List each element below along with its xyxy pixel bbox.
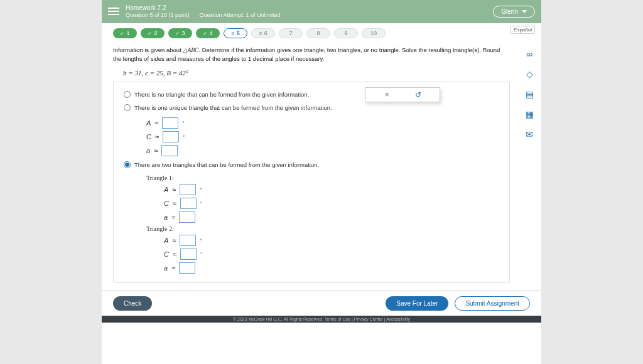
one-A-input[interactable] (162, 117, 178, 129)
language-toggle[interactable]: Español (511, 26, 535, 34)
question-nav: Español 1234≡5≡678910 (102, 23, 541, 41)
option-one-triangle[interactable]: There is one unique triangle that can be… (124, 104, 499, 111)
app-window: Homework 7.2 Question 5 of 10 (1 point) … (102, 0, 541, 364)
t1-C-input[interactable] (180, 198, 197, 209)
t2-A-row: A≈° (164, 235, 499, 246)
t1-C-row: C≈° (164, 198, 499, 209)
radio-two-triangles[interactable] (124, 161, 131, 168)
nav-q1[interactable]: 1 (113, 28, 137, 38)
t2-a-row: a≈ (164, 262, 499, 274)
header-bar: Homework 7.2 Question 5 of 10 (1 point) … (102, 0, 541, 23)
nav-q7[interactable]: 7 (279, 28, 303, 38)
nav-q8[interactable]: 8 (306, 28, 330, 38)
right-toolbar: ∞ ◇ ▤ ▦ ✉ (521, 41, 541, 291)
t2-C-input[interactable] (180, 249, 197, 260)
t1-A-input[interactable] (180, 184, 196, 195)
clear-icon[interactable]: × (377, 90, 396, 99)
option-no-triangle[interactable]: There is no triangle that can be formed … (124, 91, 499, 98)
footer-bar: Check Save For Later Submit Assignment (102, 291, 541, 316)
t2-a-input[interactable] (179, 262, 195, 274)
header-titles: Homework 7.2 Question 5 of 10 (1 point) … (126, 4, 487, 19)
user-name: Glenn (501, 8, 518, 15)
calculator-icon[interactable]: ▦ (524, 109, 535, 120)
attempt-info: Question Attempt: 1 of Unlimited (200, 12, 281, 19)
radio-one-triangle[interactable] (124, 104, 131, 111)
t1-a-input[interactable] (179, 211, 195, 223)
triangle1-label: Triangle 1: (146, 174, 499, 181)
question-position: Question 5 of 10 (1 point) (126, 12, 190, 19)
answer-panel: × ↺ There is no triangle that can be for… (113, 82, 510, 283)
user-menu[interactable]: Glenn (493, 6, 535, 18)
reset-icon[interactable]: ↺ (409, 90, 428, 99)
answer-toolbar: × ↺ (365, 87, 440, 102)
chevron-down-icon (522, 10, 527, 13)
nav-q2[interactable]: 2 (141, 28, 165, 38)
nav-q10[interactable]: 10 (362, 28, 386, 38)
triangle2-label: Triangle 2: (146, 225, 499, 232)
one-a-row: a≈ (146, 145, 499, 156)
t2-C-row: C≈° (164, 249, 499, 260)
radio-no-triangle[interactable] (124, 91, 131, 98)
legal-footer: © 2023 McGraw Hill LLC. All Rights Reser… (102, 316, 541, 323)
question-prompt: Information is given about △ABC. Determi… (113, 46, 510, 63)
t2-A-input[interactable] (180, 235, 196, 246)
one-A-row: A≈° (146, 117, 499, 129)
option-two-triangles[interactable]: There are two triangles that can be form… (124, 161, 499, 168)
submit-assignment-button[interactable]: Submit Assignment (455, 296, 530, 311)
notes-icon[interactable]: ▤ (524, 88, 535, 100)
nav-q3[interactable]: 3 (168, 28, 192, 38)
question-body: Information is given about △ABC. Determi… (102, 41, 521, 291)
check-button[interactable]: Check (113, 296, 152, 311)
menu-icon[interactable] (108, 6, 119, 17)
one-a-input[interactable] (161, 145, 178, 156)
one-C-row: C≈° (146, 131, 499, 142)
given-values: b = 31, c = 25, B = 42° (113, 67, 510, 82)
one-C-input[interactable] (163, 131, 179, 142)
diamond-icon[interactable]: ◇ (524, 68, 535, 80)
t1-A-row: A≈° (164, 184, 499, 195)
nav-q4[interactable]: 4 (196, 28, 220, 38)
assignment-title: Homework 7.2 (126, 4, 487, 12)
nav-q6[interactable]: ≡6 (251, 28, 275, 38)
nav-q9[interactable]: 9 (334, 28, 358, 38)
infinity-icon[interactable]: ∞ (524, 48, 535, 60)
mail-icon[interactable]: ✉ (524, 129, 535, 140)
nav-q5[interactable]: ≡5 (224, 28, 247, 38)
save-for-later-button[interactable]: Save For Later (386, 296, 448, 311)
t1-a-row: a≈ (164, 211, 499, 223)
